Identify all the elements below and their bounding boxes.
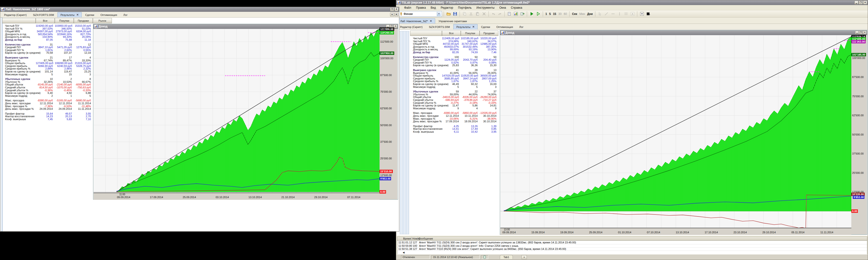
- maximize-button[interactable]: ❐: [859, 1, 863, 4]
- unit-дни[interactable]: Дни: [586, 12, 593, 16]
- unit-сек[interactable]: Сек: [571, 12, 578, 16]
- timeframe-30[interactable]: 30: [558, 12, 562, 16]
- timeframe-15[interactable]: 15: [552, 12, 557, 16]
- text-tool[interactable]: A: [629, 11, 635, 17]
- account-combo[interactable]: Финам▼: [399, 11, 442, 17]
- menu-портфель[interactable]: Портфель: [456, 5, 474, 10]
- workspace-tab[interactable]: Tab1: [500, 255, 513, 259]
- run-button[interactable]: [529, 11, 534, 17]
- column-header-Покупки[interactable]: Покупки: [55, 18, 74, 23]
- fibonacci-tool[interactable]: [623, 11, 629, 17]
- tab-6[interactable]: Лог: [517, 25, 526, 29]
- corner-header[interactable]: [410, 31, 442, 36]
- menu-инструменты[interactable]: Инструменты: [474, 5, 497, 10]
- trendline-tool[interactable]: [603, 11, 609, 17]
- cell-value: 5,86: [461, 104, 478, 107]
- cell-value: 56,00%: [461, 72, 478, 74]
- column-header-Покупки[interactable]: Покупки: [461, 31, 479, 36]
- close-button[interactable]: ✕: [395, 7, 398, 11]
- log-column-1[interactable]: Время: [403, 237, 411, 240]
- tab-4[interactable]: Сделки: [478, 25, 493, 29]
- tab-1[interactable]: Редактор (Скрипт): [397, 25, 426, 29]
- unit-мин[interactable]: Мин: [579, 12, 586, 16]
- menu-редактор[interactable]: Редактор: [439, 5, 456, 10]
- run-all-button[interactable]: [535, 11, 541, 17]
- doc-tab-1[interactable]: Лаб: Накопление_SiZ*✕: [397, 18, 435, 24]
- add-workspace-button[interactable]: +: [522, 255, 527, 259]
- new-script-button[interactable]: [506, 11, 512, 17]
- menu-вид[interactable]: Вид: [429, 5, 438, 10]
- log-row[interactable]: 11:50:51.38127Агент 'MaxHV 7/110 (RIZ4) …: [397, 248, 867, 251]
- vertical-line-tool[interactable]: [617, 11, 622, 17]
- doc-tab-2[interactable]: Управление скриптами: [436, 19, 470, 24]
- column-header-Продажи[interactable]: Продажи: [479, 31, 498, 36]
- color-picker[interactable]: [646, 11, 651, 17]
- paste-button[interactable]: [474, 11, 480, 17]
- tab-3[interactable]: Результаты✕: [453, 24, 478, 29]
- menu-файл[interactable]: Файл: [402, 5, 413, 10]
- log-row[interactable]: 11:50:59.80100Агент 'MaxHV 7/11 (SIZ4) 3…: [397, 244, 867, 248]
- cut-button[interactable]: [468, 11, 474, 17]
- close-tab-icon[interactable]: ✕: [472, 25, 474, 28]
- delete-button[interactable]: [481, 11, 487, 17]
- close-tab-icon[interactable]: ✕: [430, 20, 432, 23]
- save-button[interactable]: [452, 11, 458, 17]
- tab-1[interactable]: Редактор (Скрипт): [1, 12, 30, 17]
- collapsed-panel-splitter[interactable]: [400, 31, 409, 234]
- minimize-button[interactable]: ▁: [855, 1, 858, 4]
- column-header-Все[interactable]: Все: [442, 31, 461, 36]
- connection-icon[interactable]: [481, 255, 488, 259]
- menu-справка[interactable]: Справка: [509, 5, 524, 10]
- dock-menu-button[interactable]: ▾: [390, 13, 394, 16]
- close-tab-icon[interactable]: ✕: [76, 13, 79, 16]
- panel-titlebar[interactable]: Доход▁❐✕: [500, 30, 867, 35]
- row-label: Макс. просадка %: [5, 105, 27, 108]
- chevron-down-icon[interactable]: ▼: [437, 12, 441, 16]
- log-column-3[interactable]: Сообщение: [418, 237, 433, 240]
- indicator-dropdown[interactable]: [639, 11, 645, 17]
- column-header-Все[interactable]: Все: [36, 18, 55, 23]
- tab-3[interactable]: Результаты✕: [57, 12, 82, 17]
- cell-value: 1,81%: [36, 49, 53, 51]
- tab-4[interactable]: Сделки: [82, 12, 97, 17]
- log-scroll-left-icon[interactable]: ◀: [403, 251, 405, 254]
- main-window-titlebar[interactable]: TSLab (версия 1.2.17.48:64bit) - F:\User…: [396, 0, 868, 5]
- cursor-tool[interactable]: [597, 11, 603, 17]
- close-button[interactable]: ✕: [863, 1, 867, 4]
- menu-правка[interactable]: Правка: [414, 5, 428, 10]
- close-pane-button[interactable]: ✕: [395, 13, 398, 16]
- redo-button[interactable]: [497, 11, 503, 17]
- menu-окна[interactable]: Окна: [497, 5, 508, 10]
- close-panel-button[interactable]: ✕: [863, 31, 867, 34]
- log-row[interactable]: 11:51:01.12127Агент 'MaxHV 7/11 (SIZ4) 3…: [397, 241, 867, 244]
- horizontal-line-tool[interactable]: [610, 11, 616, 17]
- tab-2[interactable]: SiZ4:FORTS:30M: [426, 25, 453, 29]
- undo-button[interactable]: [490, 11, 496, 17]
- tab-5[interactable]: Оптимизация: [98, 12, 120, 17]
- timeframe-5[interactable]: 5: [549, 12, 552, 16]
- minimize-panel-button[interactable]: ▁: [855, 31, 859, 34]
- tab-2[interactable]: SiZ4:FORTS:30M: [30, 12, 57, 17]
- lab-window-titlebar[interactable]: Лаб: Накопление_SiZ 1800 сек* ❐ ✕: [0, 7, 399, 12]
- cell-value: -814,50 руб: [36, 86, 53, 89]
- corner-header[interactable]: [2, 18, 36, 23]
- log-header[interactable]: ВремяНомерСообщение: [397, 237, 867, 241]
- chart-plot-area[interactable]: [500, 35, 851, 228]
- chart-button[interactable]: [513, 11, 519, 17]
- tab-6[interactable]: Лог: [121, 12, 130, 17]
- restore-button[interactable]: ❐: [390, 7, 394, 11]
- copy-button[interactable]: [462, 11, 467, 17]
- income-chart-panel: Доход▁❐✕100'000.0087'500.0075'000.0062'5…: [500, 30, 867, 235]
- maximize-panel-button[interactable]: ❐: [859, 31, 863, 34]
- column-header-Продажи[interactable]: Продажи: [74, 18, 93, 23]
- export-button[interactable]: [519, 11, 525, 17]
- chart-plot-area[interactable]: [94, 29, 379, 193]
- timeframe-60[interactable]: 60: [563, 12, 567, 16]
- column-header-Рынок[interactable]: Рынок: [93, 18, 112, 23]
- open-button[interactable]: [445, 11, 452, 17]
- timeframe-1[interactable]: 1: [545, 12, 548, 16]
- panel-titlebar[interactable]: Доход▁❐✕: [93, 24, 398, 29]
- close-panel-button[interactable]: ✕: [394, 25, 397, 28]
- tab-5[interactable]: Оптимизация: [494, 25, 516, 29]
- cell-value: 41,00%: [442, 72, 459, 74]
